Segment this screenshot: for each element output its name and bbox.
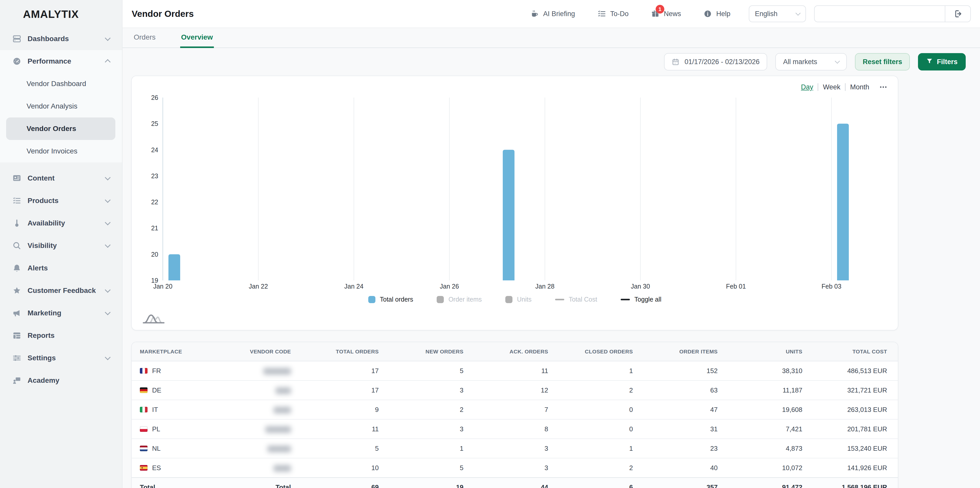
chevron-down-icon xyxy=(105,220,111,225)
sidebar-item-vendor-invoices[interactable]: Vendor Invoices xyxy=(0,140,122,163)
svg-text:Jan 26: Jan 26 xyxy=(440,283,459,290)
date-range-picker[interactable]: 01/17/2026 - 02/13/2026 xyxy=(664,53,767,70)
granularity-day[interactable]: Day xyxy=(801,83,813,91)
svg-text:Feb 01: Feb 01 xyxy=(726,283,746,290)
sidebar-item-vendor-analysis[interactable]: Vendor Analysis xyxy=(0,95,122,118)
svg-text:26: 26 xyxy=(151,94,158,101)
table-header: MARKETPLACEVENDOR CODETOTAL ORDERSNEW OR… xyxy=(132,342,898,361)
content-icon xyxy=(12,174,21,183)
svg-text:22: 22 xyxy=(151,198,158,206)
granularity-week[interactable]: Week xyxy=(823,83,840,91)
chart-menu-ellipsis-icon[interactable] xyxy=(879,83,888,91)
alerts-icon xyxy=(12,263,21,273)
sidebar-item-performance[interactable]: Performance xyxy=(0,50,122,73)
tab-orders[interactable]: Orders xyxy=(133,28,157,48)
table-row-nl[interactable]: NL 5131234,873153,240 EUR xyxy=(132,439,898,458)
chevron-down-icon xyxy=(105,197,111,203)
language-select[interactable]: English xyxy=(749,5,806,22)
sidebar-item-availability[interactable]: Availability xyxy=(0,212,122,234)
sidebar-item-vendor-orders[interactable]: Vendor Orders xyxy=(6,118,115,140)
todo-icon xyxy=(597,10,606,18)
sidebar-item-dashboards[interactable]: Dashboards xyxy=(0,27,122,50)
marketplace-orders-table: MARKETPLACEVENDOR CODETOTAL ORDERSNEW OR… xyxy=(132,342,898,488)
table-row-fr[interactable]: FR 17511115238,310486,513 EUR xyxy=(132,361,898,381)
bar-jan-27 xyxy=(503,150,514,281)
legend-order-items[interactable]: Order items xyxy=(437,296,482,303)
column-header-marketplace[interactable]: MARKETPLACE xyxy=(132,342,234,361)
vendor-code-redacted xyxy=(274,465,291,472)
sidebar-item-content[interactable]: Content xyxy=(0,167,122,190)
table-row-pl[interactable]: PL 11380317,421201,781 EUR xyxy=(132,419,898,439)
sidebar-item-vendor-dashboard[interactable]: Vendor Dashboard xyxy=(0,73,122,95)
nav-ai-briefing[interactable]: AI Briefing xyxy=(530,10,575,18)
table-row-es[interactable]: ES 105324010,072141,926 EUR xyxy=(132,458,898,477)
legend-swatch xyxy=(437,296,444,303)
flag-de-icon xyxy=(140,388,148,393)
sidebar-item-products[interactable]: Products xyxy=(0,190,122,212)
market-select[interactable]: All markets xyxy=(775,53,847,70)
legend-total-orders[interactable]: Total orders xyxy=(368,296,414,303)
column-header-ack-orders[interactable]: ACK. ORDERS xyxy=(463,342,548,361)
vendor-code-redacted xyxy=(266,426,291,433)
legend-units[interactable]: Units xyxy=(505,296,531,303)
column-header-total-orders[interactable]: TOTAL ORDERS xyxy=(291,342,379,361)
legend-toggle-all[interactable]: Toggle all xyxy=(620,296,662,303)
market-select-value: All markets xyxy=(783,58,817,66)
total-label: Total xyxy=(132,477,234,488)
sidebar-item-reports[interactable]: Reports xyxy=(0,324,122,347)
column-header-order-items[interactable]: ORDER ITEMS xyxy=(633,342,718,361)
academy-icon xyxy=(12,376,21,385)
sidebar-item-alerts[interactable]: Alerts xyxy=(0,257,122,279)
svg-text:Jan 24: Jan 24 xyxy=(344,283,363,290)
orders-chart-card: DayWeekMonth Jan 20Jan 22Jan 24Jan 26Jan… xyxy=(131,76,898,330)
table-row-de[interactable]: DE 1731226311,187321,721 EUR xyxy=(132,381,898,400)
marketing-icon xyxy=(12,308,21,318)
chevron-down-icon xyxy=(105,175,111,180)
coffee-icon xyxy=(530,10,539,18)
svg-text:21: 21 xyxy=(151,225,158,231)
page-title: Vendor Orders xyxy=(132,9,194,19)
sidebar-item-academy[interactable]: Academy xyxy=(0,369,122,392)
distribution-curves-icon[interactable] xyxy=(142,313,165,327)
vendor-code-redacted xyxy=(275,388,291,394)
availability-icon xyxy=(12,218,21,228)
legend-swatch xyxy=(555,299,564,300)
total-vendor-code-label: Total xyxy=(234,477,291,488)
vendor-code-redacted xyxy=(267,446,291,452)
filter-bar: 01/17/2026 - 02/13/2026 All markets Rese… xyxy=(123,48,980,75)
topbar: Vendor Orders AI Briefing To-Do 1 News H… xyxy=(123,0,980,28)
nav-news[interactable]: 1 News xyxy=(651,10,681,18)
sidebar-item-marketing[interactable]: Marketing xyxy=(0,302,122,324)
table-row-it[interactable]: IT 92704719,608263,013 EUR xyxy=(132,400,898,419)
nav-to-do[interactable]: To-Do xyxy=(597,10,628,18)
reports-icon xyxy=(12,331,21,340)
language-select-value: English xyxy=(755,10,778,18)
flag-fr-icon xyxy=(140,368,148,373)
sidebar-item-customer-feedback[interactable]: Customer Feedback xyxy=(0,279,122,302)
sidebar-item-visibility[interactable]: Visibility xyxy=(0,234,122,257)
legend-total-cost[interactable]: Total Cost xyxy=(555,296,597,303)
granularity-month[interactable]: Month xyxy=(850,83,869,91)
flag-es-icon xyxy=(140,465,148,470)
reset-filters-button[interactable]: Reset filters xyxy=(855,53,910,70)
column-header-vendor-code[interactable]: VENDOR CODE xyxy=(234,342,291,361)
tab-overview[interactable]: Overview xyxy=(180,28,214,48)
logout-button[interactable] xyxy=(945,6,970,22)
sidebar-item-settings[interactable]: Settings xyxy=(0,347,122,369)
granularity-switch: DayWeekMonth xyxy=(801,83,888,91)
column-header-new-orders[interactable]: NEW ORDERS xyxy=(379,342,463,361)
tab-bar: OrdersOverview xyxy=(123,28,980,48)
svg-text:24: 24 xyxy=(151,146,158,153)
search-input[interactable] xyxy=(815,6,945,22)
app-window: AMALYTIX Dashboards Performance Vendor D… xyxy=(0,0,980,488)
sidebar-group-performance: Performance Vendor DashboardVendor Analy… xyxy=(0,50,122,163)
column-header-total-cost[interactable]: TOTAL COST xyxy=(802,342,898,361)
gift-icon: 1 xyxy=(651,10,660,18)
nav-help[interactable]: Help xyxy=(703,10,730,18)
svg-text:Feb 03: Feb 03 xyxy=(821,283,842,290)
visibility-icon xyxy=(12,241,21,250)
filters-button[interactable]: Filters xyxy=(918,53,966,70)
column-header-units[interactable]: UNITS xyxy=(718,342,802,361)
orders-bar-chart: Jan 20Jan 22Jan 24Jan 26Jan 28Jan 30Feb … xyxy=(132,76,899,293)
column-header-closed-orders[interactable]: CLOSED ORDERS xyxy=(548,342,633,361)
